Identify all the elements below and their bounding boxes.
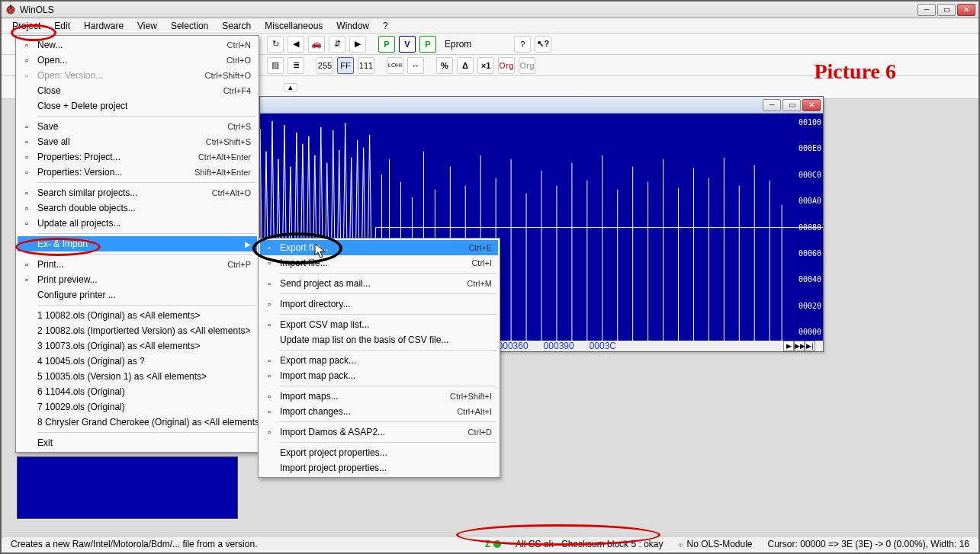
menu-item[interactable]: ▫Open: Version...Ctrl+Shift+O xyxy=(18,68,257,83)
menu-item-shortcut: Ctrl+S xyxy=(227,122,251,131)
search-icon: ▫ xyxy=(21,187,33,199)
pack-icon: ▫ xyxy=(263,370,275,382)
toolbar-v-icon[interactable]: V xyxy=(399,36,416,53)
menu-item-label: Print... xyxy=(37,259,64,270)
toolbar-delta-icon[interactable]: Δ xyxy=(457,57,474,74)
toolbar-p-icon[interactable]: P xyxy=(378,36,395,53)
submenu-item[interactable]: ▫Import map pack... xyxy=(260,368,498,383)
overview-preview[interactable] xyxy=(17,456,238,519)
toolbar-lines-icon[interactable]: ≣ xyxy=(288,57,304,74)
next-button[interactable]: ▶▶ xyxy=(794,341,805,351)
submenu-item[interactable]: ▫Import Damos & ASAP2...Ctrl+D xyxy=(260,424,498,440)
child-window-titlebar[interactable]: ─ ▭ ✕ xyxy=(260,97,823,114)
toolbar-p2-icon[interactable]: P xyxy=(419,36,436,53)
menu-item[interactable]: ▫Print preview... xyxy=(18,272,257,287)
submenu-item[interactable]: ▫Import file...Ctrl+I xyxy=(260,255,498,271)
menu-item[interactable]: 7 10029.ols (Original) xyxy=(18,399,257,415)
menu-item[interactable]: 5 10035.ols (Version 1) as <All elements… xyxy=(18,369,257,384)
menu-item[interactable]: ▫Properties: Project...Ctrl+Alt+Enter xyxy=(18,149,257,165)
close-button[interactable]: ✕ xyxy=(957,4,975,16)
submenu-item[interactable]: ▫Export map pack... xyxy=(260,353,498,368)
submenu-item[interactable]: ▫Send project as mail...Ctrl+M xyxy=(260,276,498,291)
x-tick: 000360 xyxy=(498,341,529,351)
menu-item[interactable]: ▫Properties: Version...Shift+Alt+Enter xyxy=(18,165,257,180)
menu-edit[interactable]: Edit xyxy=(48,19,76,33)
toolbar-bars-icon[interactable]: ▥ xyxy=(267,57,284,74)
minimize-button[interactable]: ─ xyxy=(917,4,936,16)
y-tick: 000E0 xyxy=(798,144,821,152)
menu-item[interactable]: CloseCtrl+F4 xyxy=(18,83,257,98)
csv-icon: ▫ xyxy=(263,319,275,331)
child-maximize-button[interactable]: ▭ xyxy=(782,99,801,111)
toolbar-dash-icon[interactable]: ↔ xyxy=(407,57,424,74)
toolbar-nav-prev-icon[interactable]: ◀ xyxy=(288,36,304,53)
menu-view[interactable]: View xyxy=(131,19,163,33)
menu-window[interactable]: Window xyxy=(330,19,375,33)
end-button[interactable]: ▶| xyxy=(805,341,815,351)
menu-item[interactable]: ▫SaveCtrl+S xyxy=(18,119,257,134)
menu-item[interactable]: ▫Open...Ctrl+O xyxy=(18,53,257,68)
menu-item-label: 6 11044.ols (Original) xyxy=(37,386,125,397)
menu-item[interactable]: ▫Save allCtrl+Shift+S xyxy=(18,134,257,149)
maximize-button[interactable]: ▭ xyxy=(937,4,956,16)
toolbar-percent-icon[interactable]: % xyxy=(436,57,453,74)
menu-item[interactable]: ▫New...Ctrl+N xyxy=(18,37,257,53)
menu-search[interactable]: Search xyxy=(216,19,257,33)
submenu-item-label: Import maps... xyxy=(280,391,339,402)
toolbar-ff-icon[interactable]: FF xyxy=(337,57,354,74)
menu-item[interactable]: 2 10082.ols (Importierted Version) as <A… xyxy=(18,323,257,338)
toolbar-111-icon[interactable]: 111 xyxy=(358,57,374,74)
submenu-item-shortcut: Ctrl+Shift+I xyxy=(450,392,492,401)
menu-item[interactable]: 8 Chrysler Grand Cherokee (Original) as … xyxy=(18,415,257,430)
menu-item[interactable]: ▫Search similar projects...Ctrl+Alt+O xyxy=(18,185,257,200)
menu-item[interactable]: ▫Update all projects... xyxy=(18,216,257,231)
menu-item[interactable]: Configure printer ... xyxy=(18,287,257,303)
toolbar-x1-icon[interactable]: ×1 xyxy=(477,57,494,74)
toolbar-eprom-label[interactable]: Eprom xyxy=(440,39,476,50)
toolbar-nav-next-icon[interactable]: ▶ xyxy=(349,36,366,53)
menu-item[interactable]: 6 11044.ols (Original) xyxy=(18,384,257,399)
toolbar-updown-icon[interactable]: ⇵ xyxy=(329,36,345,53)
menu-help[interactable]: ? xyxy=(377,19,394,33)
menu-item[interactable]: ▫Print...Ctrl+P xyxy=(18,257,257,272)
menu-item[interactable]: 3 10073.ols (Original) as <All elements> xyxy=(18,338,257,354)
submenu-item[interactable]: Import project properties... xyxy=(260,460,498,476)
menu-misc[interactable]: Miscellaneous xyxy=(259,19,329,33)
toolbar-org2-icon[interactable]: Org xyxy=(519,57,535,74)
submenu-item-label: Import directory... xyxy=(280,299,350,309)
menu-item-label: Configure printer ... xyxy=(37,290,116,300)
status-module: ⟐ No OLS-Module xyxy=(673,539,757,549)
toolbar-org-icon[interactable]: Org xyxy=(498,57,515,74)
play-button[interactable]: ▶ xyxy=(783,341,794,351)
submenu-item[interactable]: ▫Import directory... xyxy=(260,296,498,312)
toolbar-small-up-icon[interactable]: ▴ xyxy=(284,83,297,92)
menu-item[interactable]: 4 10045.ols (Original) as ? xyxy=(18,354,257,369)
menu-item[interactable]: Ex- & Import▶ xyxy=(18,236,257,251)
toolbar-helpbubble-icon[interactable]: ? xyxy=(514,36,531,53)
submenu-item[interactable]: ▫Export file...Ctrl+E xyxy=(260,240,498,255)
menu-item[interactable]: Close + Delete project xyxy=(18,98,257,114)
toolbar-255-icon[interactable]: 255 xyxy=(316,57,333,74)
submenu-item[interactable]: Export project properties... xyxy=(260,445,498,460)
toolbar-car-icon[interactable]: 🚗 xyxy=(308,36,325,53)
submenu-item-label: Export map pack... xyxy=(280,355,356,366)
toolbar-whatsthis-icon[interactable]: ↖? xyxy=(535,36,551,53)
submenu-item[interactable]: ▫Export CSV map list... xyxy=(260,317,498,332)
menu-item-label: Close + Delete project xyxy=(37,101,127,111)
child-close-button[interactable]: ✕ xyxy=(802,99,821,111)
toolbar-lohi-icon[interactable]: LOHI xyxy=(387,57,403,74)
menu-item[interactable]: Exit xyxy=(18,435,257,450)
submenu-item[interactable]: ▫Import maps...Ctrl+Shift+I xyxy=(260,389,498,404)
menu-selection[interactable]: Selection xyxy=(165,19,214,33)
menu-project[interactable]: Project xyxy=(6,19,47,33)
submenu-item[interactable]: ▫Import changes...Ctrl+Alt+I xyxy=(260,404,498,419)
submenu-item[interactable]: Update map list on the basis of CSV file… xyxy=(260,332,498,347)
submenu-item-label: Import changes... xyxy=(280,406,351,417)
titlebar[interactable]: WinOLS ─ ▭ ✕ xyxy=(2,2,978,18)
menu-item-label: 7 10029.ols (Original) xyxy=(37,402,125,412)
menu-item[interactable]: ▫Search double objects... xyxy=(18,200,257,216)
menu-hardware[interactable]: Hardware xyxy=(78,19,130,33)
child-minimize-button[interactable]: ─ xyxy=(763,99,781,111)
menu-item[interactable]: 1 10082.ols (Original) as <All elements> xyxy=(18,308,257,323)
toolbar-refresh-icon[interactable]: ↻ xyxy=(267,36,284,53)
